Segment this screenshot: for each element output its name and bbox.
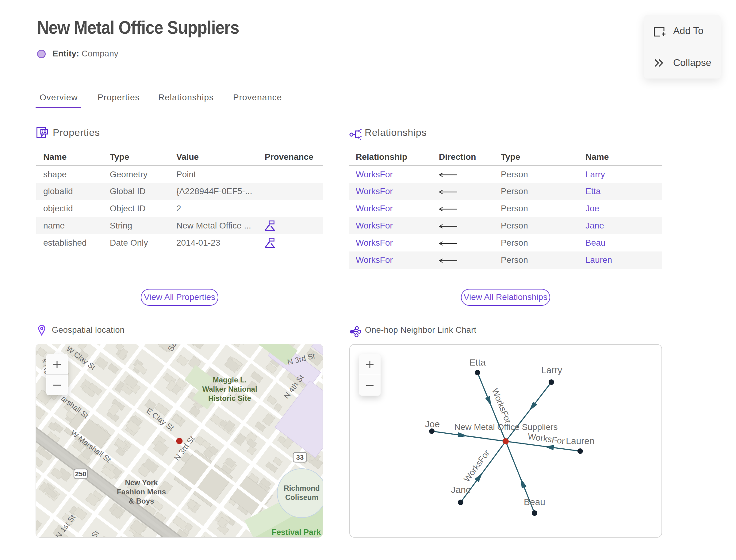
svg-text:250: 250: [75, 470, 86, 478]
svg-text:Lauren: Lauren: [566, 436, 594, 446]
svg-text:Jane: Jane: [451, 485, 471, 495]
svg-text:Historic Site: Historic Site: [208, 394, 251, 402]
svg-text:Maggie L.: Maggie L.: [213, 376, 247, 384]
svg-text:Richmond: Richmond: [284, 484, 320, 492]
svg-text:Joe: Joe: [425, 419, 440, 429]
svg-text:Walker National: Walker National: [202, 385, 257, 393]
svg-text:Beau: Beau: [524, 497, 545, 507]
svg-text:33: 33: [296, 454, 304, 461]
svg-text:Festival Park: Festival Park: [272, 527, 321, 537]
svg-text:Etta: Etta: [469, 357, 486, 367]
svg-text:Coliseum: Coliseum: [285, 493, 318, 501]
svg-text:Larry: Larry: [541, 365, 562, 375]
svg-text:WorksFor: WorksFor: [490, 387, 513, 425]
svg-text:Fashion Mens: Fashion Mens: [117, 488, 166, 496]
svg-text:New York: New York: [125, 478, 158, 487]
svg-text:WorksFor: WorksFor: [527, 432, 565, 446]
svg-text:& Boys: & Boys: [129, 497, 154, 505]
